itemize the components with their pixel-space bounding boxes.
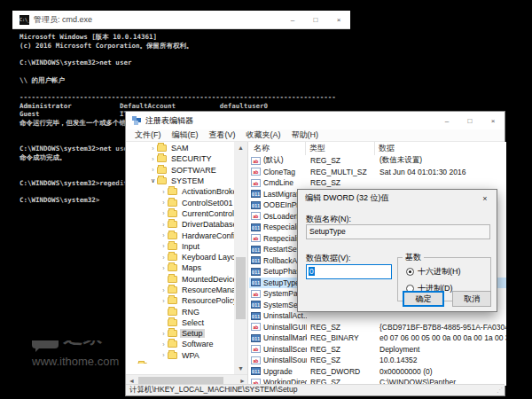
- tree-item[interactable]: ›ControlSet001: [126, 197, 234, 207]
- tree-item[interactable]: ›ResourceManag: [126, 285, 234, 295]
- tree-item[interactable]: ›HKEY_USERS: [126, 361, 234, 364]
- cmd-window-title: 管理员: cmd.exe: [34, 14, 92, 26]
- registry-value-row[interactable]: 011UninstallMarkREG_BINARYe0 07 06 00 05…: [249, 332, 506, 344]
- folder-icon: [168, 276, 177, 283]
- registry-value-row[interactable]: 011UpgradeREG_DWORD0x00000000 (0): [249, 366, 506, 378]
- value-data-input[interactable]: 0: [306, 264, 392, 279]
- close-icon[interactable]: ×: [473, 190, 497, 207]
- registry-value-row[interactable]: abUninstallScena...REG_SZDeployment: [249, 344, 506, 356]
- tree-item-label: HKEY_USERS: [150, 362, 207, 364]
- console-line: [20, 50, 350, 59]
- chevron-right-icon[interactable]: ›: [160, 352, 168, 358]
- folder-icon: [168, 286, 177, 293]
- folder-icon: [168, 264, 177, 271]
- string-value-icon: ab: [251, 345, 261, 353]
- radio-hexadecimal[interactable]: 十六进制(H): [406, 266, 461, 278]
- edit-dword-dialog: 编辑 DWORD (32 位)值 × 数值名称(N): SetupType 数值…: [297, 189, 497, 312]
- chevron-right-icon[interactable]: ›: [149, 167, 157, 173]
- tree-item[interactable]: ›HardwareConfig: [126, 230, 234, 240]
- minimize-icon[interactable]: –: [281, 11, 304, 28]
- registry-value-row[interactable]: ab(默认)REG_SZ(数值未设置): [249, 155, 506, 167]
- tree-item[interactable]: ›SOFTWARE: [126, 165, 234, 176]
- scroll-up-icon[interactable]: ▲: [234, 142, 247, 153]
- close-icon[interactable]: ×: [327, 11, 350, 28]
- menu-item[interactable]: 收藏夹(A): [241, 129, 286, 141]
- tree-item[interactable]: ›ResourcePolicyS: [126, 295, 234, 306]
- regedit-menubar: 文件(F)编辑(E)查看(V)收藏夹(A)帮助(H): [126, 129, 505, 142]
- tree-item[interactable]: ›Keyboard Layou: [126, 252, 234, 262]
- value-type: REG_DWORD: [307, 367, 376, 376]
- folder-icon: [168, 232, 177, 239]
- chevron-right-icon[interactable]: ›: [160, 331, 168, 337]
- chevron-right-icon[interactable]: ›: [160, 243, 168, 249]
- minimize-icon[interactable]: –: [435, 112, 458, 129]
- menu-item[interactable]: 查看(V): [204, 129, 241, 141]
- chevron-right-icon[interactable]: ›: [149, 156, 157, 162]
- menu-item[interactable]: 编辑(E): [167, 129, 204, 141]
- cmd-window-controls: –□×: [281, 11, 350, 28]
- tree-item-label: SECURITY: [169, 154, 214, 163]
- maximize-icon[interactable]: □: [304, 11, 327, 28]
- tree-item[interactable]: ›Maps: [126, 262, 234, 273]
- regedit-titlebar[interactable]: 注册表编辑器 –□×: [126, 112, 505, 129]
- chevron-right-icon[interactable]: ›: [160, 254, 168, 261]
- binary-value-icon: 011: [251, 367, 261, 375]
- string-value-icon: ab: [251, 157, 261, 165]
- chevron-right-icon[interactable]: ›: [149, 145, 157, 152]
- registry-value-row[interactable]: abUninstallGUIDREG_SZ{CBD971BF-B7B8-4885…: [249, 322, 506, 333]
- menu-item[interactable]: 帮助(H): [286, 129, 325, 141]
- tree-item[interactable]: Select: [126, 317, 234, 328]
- chevron-right-icon[interactable]: ›: [160, 265, 168, 271]
- string-value-icon: ab: [251, 323, 261, 331]
- regedit-window-title: 注册表编辑器: [145, 115, 193, 127]
- chevron-right-icon[interactable]: ›: [160, 232, 168, 239]
- tree-item[interactable]: ›Setup: [126, 328, 234, 339]
- chevron-right-icon[interactable]: ›: [160, 287, 168, 293]
- column-header-name[interactable]: 名称: [249, 142, 306, 155]
- column-header-type[interactable]: 类型: [306, 142, 375, 155]
- registry-value-row[interactable]: abCloneTagREG_MULTI_SZSat Jun 04 01:01:3…: [249, 167, 506, 178]
- column-header-data[interactable]: 数据: [375, 142, 506, 155]
- tree-vertical-scrollbar[interactable]: ▲ ▼: [234, 142, 247, 374]
- scrollbar-thumb[interactable]: [236, 257, 246, 319]
- tree-item[interactable]: ›SAM: [126, 143, 234, 153]
- value-name-field[interactable]: SetupType: [306, 224, 490, 239]
- binary-value-icon: 011: [251, 278, 261, 286]
- close-icon[interactable]: ×: [481, 112, 505, 129]
- tree-item[interactable]: ›DriverDatabase: [126, 219, 234, 230]
- tree-item[interactable]: RNG: [126, 306, 234, 317]
- string-value-icon: ab: [251, 212, 261, 220]
- chevron-right-icon[interactable]: ›: [160, 298, 168, 304]
- dialog-titlebar[interactable]: 编辑 DWORD (32 位)值 ×: [298, 190, 497, 207]
- tree-item-label: ResourcePolicyS: [180, 296, 234, 305]
- cancel-button[interactable]: 取消: [452, 291, 491, 307]
- tree-item[interactable]: ›Software: [126, 339, 234, 349]
- tree-item[interactable]: ›ActivationBroker: [126, 186, 234, 197]
- tree-item[interactable]: MountedDevices: [126, 274, 234, 285]
- radio-selected-icon[interactable]: [406, 268, 414, 276]
- registry-value-row[interactable]: abUninstallSourc...REG_SZ10.0.14352: [249, 355, 506, 366]
- scroll-down-icon[interactable]: ▼: [234, 363, 247, 374]
- regedit-app-icon: [132, 116, 141, 125]
- chevron-right-icon[interactable]: ›: [160, 341, 168, 348]
- menu-item[interactable]: 文件(F): [129, 129, 167, 141]
- resize-grip-icon[interactable]: ⋰: [497, 387, 505, 394]
- binary-value-icon: 011: [251, 223, 261, 231]
- chevron-right-icon[interactable]: ›: [160, 189, 168, 195]
- ok-button[interactable]: 确定: [403, 291, 444, 307]
- tree-item[interactable]: ›CurrentControlSe: [126, 208, 234, 219]
- chevron-right-icon[interactable]: ›: [160, 210, 168, 216]
- tree-item-label: Software: [180, 340, 215, 348]
- registry-value-row[interactable]: abCmdLineREG_SZ: [249, 177, 506, 189]
- chevron-right-icon[interactable]: ›: [160, 200, 168, 206]
- chevron-down-icon[interactable]: ∨: [149, 177, 157, 184]
- tree-item[interactable]: ›SECURITY: [126, 153, 234, 164]
- tree-item[interactable]: ›WPA: [126, 350, 234, 361]
- dialog-title: 编辑 DWORD (32 位)值: [298, 192, 389, 204]
- tree-item[interactable]: ›Input: [126, 241, 234, 252]
- chevron-right-icon[interactable]: ›: [160, 222, 168, 228]
- value-name: (默认): [263, 155, 307, 166]
- cmd-titlebar[interactable]: C:\_ 管理员: cmd.exe –□×: [12, 11, 350, 29]
- tree-item[interactable]: ∨SYSTEM: [126, 176, 234, 186]
- maximize-icon[interactable]: □: [458, 112, 481, 129]
